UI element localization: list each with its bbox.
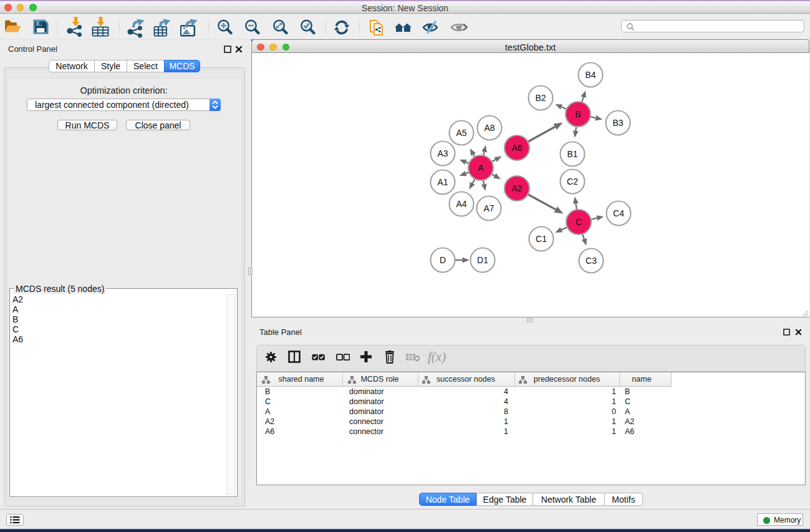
- svg-text:A: A: [478, 163, 484, 173]
- svg-text:A3: A3: [437, 148, 448, 158]
- svg-text:B4: B4: [585, 70, 595, 80]
- svg-text:D: D: [440, 255, 446, 265]
- svg-text:A2: A2: [511, 183, 522, 193]
- svg-text:A8: A8: [484, 123, 494, 133]
- svg-text:C: C: [576, 217, 582, 227]
- svg-text:B: B: [575, 109, 581, 119]
- svg-text:B2: B2: [535, 93, 546, 103]
- svg-text:B3: B3: [612, 118, 623, 128]
- svg-text:C3: C3: [586, 256, 597, 266]
- svg-text:D1: D1: [477, 255, 488, 265]
- svg-text:B1: B1: [567, 149, 577, 159]
- svg-text:A6: A6: [511, 143, 522, 153]
- svg-text:C1: C1: [536, 234, 547, 244]
- svg-text:C2: C2: [567, 177, 578, 186]
- svg-text:A4: A4: [456, 199, 466, 209]
- svg-text:A5: A5: [456, 128, 466, 138]
- svg-text:A7: A7: [483, 203, 494, 213]
- svg-text:A1: A1: [437, 177, 448, 187]
- svg-text:C4: C4: [613, 208, 624, 218]
